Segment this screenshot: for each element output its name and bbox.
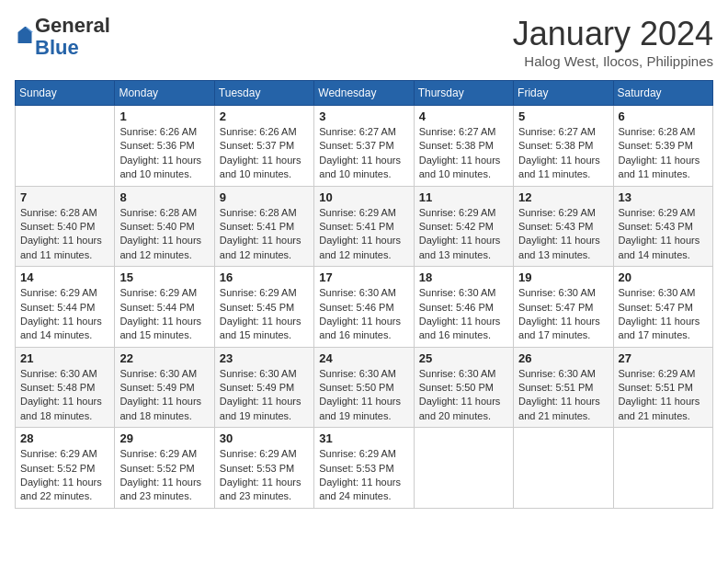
calendar-cell: 4Sunrise: 6:27 AM Sunset: 5:38 PM Daylig…	[414, 106, 513, 187]
calendar-cell: 2Sunrise: 6:26 AM Sunset: 5:37 PM Daylig…	[214, 106, 313, 187]
calendar-cell: 10Sunrise: 6:29 AM Sunset: 5:41 PM Dayli…	[314, 186, 414, 267]
day-number: 30	[220, 431, 309, 445]
weekday-header-row: SundayMondayTuesdayWednesdayThursdayFrid…	[16, 81, 713, 106]
day-number: 5	[518, 109, 608, 123]
calendar-cell: 8Sunrise: 6:28 AM Sunset: 5:40 PM Daylig…	[115, 186, 214, 267]
day-number: 21	[20, 351, 109, 365]
cell-info: Sunrise: 6:29 AM Sunset: 5:52 PM Dayligh…	[20, 447, 109, 504]
cell-info: Sunrise: 6:26 AM Sunset: 5:36 PM Dayligh…	[119, 125, 209, 182]
day-number: 25	[419, 351, 508, 365]
cell-info: Sunrise: 6:30 AM Sunset: 5:49 PM Dayligh…	[220, 367, 309, 424]
page-header: General Blue January 2024 Halog West, Il…	[15, 15, 713, 69]
cell-info: Sunrise: 6:30 AM Sunset: 5:46 PM Dayligh…	[319, 286, 408, 343]
day-number: 23	[220, 351, 309, 365]
cell-info: Sunrise: 6:29 AM Sunset: 5:44 PM Dayligh…	[119, 286, 209, 343]
day-number: 20	[619, 270, 708, 284]
day-number: 27	[619, 351, 708, 365]
day-number: 3	[319, 109, 408, 123]
cell-info: Sunrise: 6:29 AM Sunset: 5:43 PM Dayligh…	[518, 206, 608, 263]
logo-general-text: General	[35, 14, 110, 37]
day-number: 8	[119, 190, 209, 204]
weekday-header-sunday: Sunday	[16, 81, 115, 106]
cell-info: Sunrise: 6:29 AM Sunset: 5:52 PM Dayligh…	[119, 447, 209, 504]
day-number: 2	[220, 109, 309, 123]
calendar-cell: 11Sunrise: 6:29 AM Sunset: 5:42 PM Dayli…	[414, 186, 513, 267]
calendar-cell: 29Sunrise: 6:29 AM Sunset: 5:52 PM Dayli…	[115, 428, 214, 509]
weekday-header-wednesday: Wednesday	[314, 81, 414, 106]
calendar-cell: 7Sunrise: 6:28 AM Sunset: 5:40 PM Daylig…	[16, 186, 115, 267]
week-row-1: 1Sunrise: 6:26 AM Sunset: 5:36 PM Daylig…	[16, 106, 713, 187]
cell-info: Sunrise: 6:26 AM Sunset: 5:37 PM Dayligh…	[220, 125, 309, 182]
calendar-cell: 20Sunrise: 6:30 AM Sunset: 5:47 PM Dayli…	[613, 267, 712, 348]
weekday-header-thursday: Thursday	[414, 81, 513, 106]
cell-info: Sunrise: 6:30 AM Sunset: 5:49 PM Dayligh…	[119, 367, 209, 424]
day-number: 4	[419, 109, 508, 123]
cell-info: Sunrise: 6:30 AM Sunset: 5:48 PM Dayligh…	[20, 367, 109, 424]
day-number: 15	[119, 270, 209, 284]
day-number: 31	[319, 431, 408, 445]
cell-info: Sunrise: 6:30 AM Sunset: 5:50 PM Dayligh…	[319, 367, 408, 424]
cell-info: Sunrise: 6:29 AM Sunset: 5:45 PM Dayligh…	[220, 286, 309, 343]
calendar-cell: 9Sunrise: 6:28 AM Sunset: 5:41 PM Daylig…	[214, 186, 313, 267]
calendar-cell	[613, 428, 712, 509]
day-number: 28	[20, 431, 109, 445]
cell-info: Sunrise: 6:30 AM Sunset: 5:51 PM Dayligh…	[518, 367, 608, 424]
logo-blue-text: Blue	[35, 36, 79, 59]
month-title: January 2024	[513, 15, 713, 53]
cell-info: Sunrise: 6:27 AM Sunset: 5:37 PM Dayligh…	[319, 125, 408, 182]
day-number: 22	[119, 351, 209, 365]
day-number: 29	[119, 431, 209, 445]
title-block: January 2024 Halog West, Ilocos, Philipp…	[513, 15, 713, 69]
calendar-cell: 1Sunrise: 6:26 AM Sunset: 5:36 PM Daylig…	[115, 106, 214, 187]
week-row-3: 14Sunrise: 6:29 AM Sunset: 5:44 PM Dayli…	[16, 267, 713, 348]
day-number: 10	[319, 190, 408, 204]
calendar-cell: 6Sunrise: 6:28 AM Sunset: 5:39 PM Daylig…	[613, 106, 712, 187]
day-number: 18	[419, 270, 508, 284]
day-number: 16	[220, 270, 309, 284]
cell-info: Sunrise: 6:29 AM Sunset: 5:51 PM Dayligh…	[619, 367, 708, 424]
calendar-cell: 16Sunrise: 6:29 AM Sunset: 5:45 PM Dayli…	[214, 267, 313, 348]
cell-info: Sunrise: 6:29 AM Sunset: 5:42 PM Dayligh…	[419, 206, 508, 263]
cell-info: Sunrise: 6:29 AM Sunset: 5:41 PM Dayligh…	[319, 206, 408, 263]
day-number: 1	[119, 109, 209, 123]
calendar-cell: 17Sunrise: 6:30 AM Sunset: 5:46 PM Dayli…	[314, 267, 414, 348]
calendar-cell: 30Sunrise: 6:29 AM Sunset: 5:53 PM Dayli…	[214, 428, 313, 509]
calendar-cell: 24Sunrise: 6:30 AM Sunset: 5:50 PM Dayli…	[314, 347, 414, 428]
cell-info: Sunrise: 6:27 AM Sunset: 5:38 PM Dayligh…	[419, 125, 508, 182]
cell-info: Sunrise: 6:28 AM Sunset: 5:39 PM Dayligh…	[619, 125, 708, 182]
week-row-5: 28Sunrise: 6:29 AM Sunset: 5:52 PM Dayli…	[16, 428, 713, 509]
calendar-cell: 5Sunrise: 6:27 AM Sunset: 5:38 PM Daylig…	[514, 106, 613, 187]
calendar-cell: 14Sunrise: 6:29 AM Sunset: 5:44 PM Dayli…	[16, 267, 115, 348]
calendar-table: SundayMondayTuesdayWednesdayThursdayFrid…	[15, 80, 713, 509]
calendar-cell: 13Sunrise: 6:29 AM Sunset: 5:43 PM Dayli…	[613, 186, 712, 267]
day-number: 19	[518, 270, 608, 284]
day-number: 11	[419, 190, 508, 204]
cell-info: Sunrise: 6:30 AM Sunset: 5:46 PM Dayligh…	[419, 286, 508, 343]
day-number: 24	[319, 351, 408, 365]
svg-marker-0	[18, 27, 32, 43]
cell-info: Sunrise: 6:30 AM Sunset: 5:47 PM Dayligh…	[518, 286, 608, 343]
day-number: 12	[518, 190, 608, 204]
calendar-cell: 12Sunrise: 6:29 AM Sunset: 5:43 PM Dayli…	[514, 186, 613, 267]
location-text: Halog West, Ilocos, Philippines	[513, 53, 713, 69]
calendar-cell: 19Sunrise: 6:30 AM Sunset: 5:47 PM Dayli…	[514, 267, 613, 348]
calendar-cell: 28Sunrise: 6:29 AM Sunset: 5:52 PM Dayli…	[16, 428, 115, 509]
cell-info: Sunrise: 6:28 AM Sunset: 5:41 PM Dayligh…	[220, 206, 309, 263]
calendar-cell	[514, 428, 613, 509]
calendar-cell: 25Sunrise: 6:30 AM Sunset: 5:50 PM Dayli…	[414, 347, 513, 428]
day-number: 14	[20, 270, 109, 284]
weekday-header-tuesday: Tuesday	[214, 81, 313, 106]
weekday-header-monday: Monday	[115, 81, 214, 106]
calendar-cell: 26Sunrise: 6:30 AM Sunset: 5:51 PM Dayli…	[514, 347, 613, 428]
day-number: 6	[619, 109, 708, 123]
week-row-2: 7Sunrise: 6:28 AM Sunset: 5:40 PM Daylig…	[16, 186, 713, 267]
weekday-header-friday: Friday	[514, 81, 613, 106]
week-row-4: 21Sunrise: 6:30 AM Sunset: 5:48 PM Dayli…	[16, 347, 713, 428]
cell-info: Sunrise: 6:28 AM Sunset: 5:40 PM Dayligh…	[119, 206, 209, 263]
day-number: 13	[619, 190, 708, 204]
calendar-cell: 3Sunrise: 6:27 AM Sunset: 5:37 PM Daylig…	[314, 106, 414, 187]
cell-info: Sunrise: 6:29 AM Sunset: 5:44 PM Dayligh…	[20, 286, 109, 343]
calendar-cell: 18Sunrise: 6:30 AM Sunset: 5:46 PM Dayli…	[414, 267, 513, 348]
cell-info: Sunrise: 6:30 AM Sunset: 5:50 PM Dayligh…	[419, 367, 508, 424]
calendar-cell: 15Sunrise: 6:29 AM Sunset: 5:44 PM Dayli…	[115, 267, 214, 348]
